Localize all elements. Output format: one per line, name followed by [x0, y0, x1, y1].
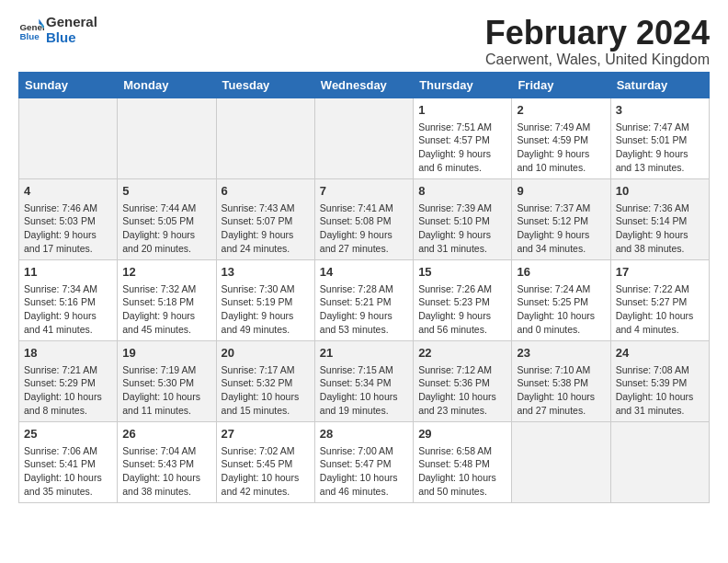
day-info: Daylight: 9 hours — [222, 309, 310, 323]
day-info: Daylight: 10 hours — [222, 390, 310, 404]
weekday-header-tuesday: Tuesday — [216, 72, 314, 98]
day-info: Daylight: 10 hours — [222, 471, 310, 485]
day-info: Sunset: 5:07 PM — [222, 214, 310, 228]
day-number: 28 — [320, 426, 408, 442]
day-info: Sunrise: 7:17 AM — [222, 363, 310, 377]
weekday-header-sunday: Sunday — [19, 72, 118, 98]
day-info: Sunrise: 7:21 AM — [24, 363, 112, 377]
day-info: Sunset: 5:45 PM — [222, 457, 310, 471]
calendar-cell: 17Sunrise: 7:22 AMSunset: 5:27 PMDayligh… — [610, 259, 709, 340]
day-info: and 27 minutes. — [320, 242, 408, 256]
day-number: 29 — [418, 426, 506, 442]
day-info: Sunset: 5:08 PM — [320, 214, 408, 228]
day-info: Sunrise: 7:06 AM — [24, 444, 112, 458]
calendar-week-4: 18Sunrise: 7:21 AMSunset: 5:29 PMDayligh… — [19, 340, 710, 421]
calendar-cell: 11Sunrise: 7:34 AMSunset: 5:16 PMDayligh… — [19, 259, 118, 340]
day-info: Sunset: 5:36 PM — [418, 376, 506, 390]
weekday-header-saturday: Saturday — [610, 72, 709, 98]
day-info: and 38 minutes. — [122, 485, 210, 499]
day-info: Sunrise: 7:41 AM — [320, 201, 408, 215]
day-info: and 56 minutes. — [418, 323, 506, 337]
calendar-cell: 10Sunrise: 7:36 AMSunset: 5:14 PMDayligh… — [610, 178, 709, 259]
day-info: Sunset: 5:10 PM — [418, 214, 506, 228]
day-info: Sunset: 5:47 PM — [320, 457, 408, 471]
day-info: and 11 minutes. — [122, 404, 210, 418]
day-info: Daylight: 10 hours — [418, 471, 506, 485]
day-info: and 41 minutes. — [24, 323, 112, 337]
day-number: 9 — [517, 183, 605, 200]
calendar-week-2: 4Sunrise: 7:46 AMSunset: 5:03 PMDaylight… — [19, 178, 710, 259]
day-info: Sunset: 5:29 PM — [24, 376, 112, 390]
day-info: Sunrise: 7:44 AM — [122, 201, 210, 215]
day-info: Sunrise: 7:32 AM — [122, 282, 210, 296]
day-info: and 34 minutes. — [517, 242, 605, 256]
day-info: Sunrise: 7:22 AM — [616, 282, 704, 296]
day-info: Sunset: 5:05 PM — [122, 214, 210, 228]
day-info: Sunset: 5:21 PM — [320, 295, 408, 309]
day-info: and 50 minutes. — [418, 485, 506, 499]
calendar-cell: 19Sunrise: 7:19 AMSunset: 5:30 PMDayligh… — [118, 340, 216, 421]
day-info: Sunset: 5:38 PM — [517, 376, 605, 390]
day-info: Daylight: 10 hours — [616, 309, 704, 323]
logo-blue: Blue — [46, 30, 97, 46]
calendar-cell — [216, 98, 314, 178]
day-info: Sunset: 5:03 PM — [24, 214, 112, 228]
day-info: Daylight: 9 hours — [517, 228, 605, 242]
calendar-week-3: 11Sunrise: 7:34 AMSunset: 5:16 PMDayligh… — [19, 259, 710, 340]
logo-icon: General Blue — [18, 17, 44, 43]
day-number: 10 — [616, 183, 704, 200]
day-info: Daylight: 10 hours — [24, 390, 112, 404]
day-info: Sunset: 5:14 PM — [616, 214, 704, 228]
day-number: 21 — [320, 345, 408, 362]
calendar-cell: 27Sunrise: 7:02 AMSunset: 5:45 PMDayligh… — [216, 421, 314, 502]
day-info: Sunrise: 7:02 AM — [222, 444, 310, 458]
day-info: Daylight: 9 hours — [122, 309, 210, 323]
day-info: Sunset: 5:43 PM — [122, 457, 210, 471]
calendar-cell: 2Sunrise: 7:49 AMSunset: 4:59 PMDaylight… — [512, 98, 610, 178]
calendar-cell — [512, 421, 610, 502]
weekday-header-wednesday: Wednesday — [314, 72, 413, 98]
weekday-header-friday: Friday — [512, 72, 610, 98]
day-info: and 17 minutes. — [24, 242, 112, 256]
svg-text:Blue: Blue — [19, 30, 40, 40]
day-info: Sunset: 5:41 PM — [24, 457, 112, 471]
day-info: Sunrise: 7:28 AM — [320, 282, 408, 296]
day-info: and 19 minutes. — [320, 404, 408, 418]
day-info: Sunset: 5:18 PM — [122, 295, 210, 309]
day-info: and 20 minutes. — [122, 242, 210, 256]
calendar-cell: 8Sunrise: 7:39 AMSunset: 5:10 PMDaylight… — [414, 178, 512, 259]
day-info: Daylight: 9 hours — [616, 228, 704, 242]
day-info: Sunset: 4:59 PM — [517, 133, 605, 147]
day-number: 3 — [616, 102, 704, 119]
day-info: Daylight: 9 hours — [418, 147, 506, 161]
day-info: Sunrise: 7:34 AM — [24, 282, 112, 296]
day-info: Daylight: 10 hours — [122, 471, 210, 485]
calendar-cell: 26Sunrise: 7:04 AMSunset: 5:43 PMDayligh… — [118, 421, 216, 502]
day-number: 25 — [24, 426, 112, 442]
day-info: Sunset: 5:34 PM — [320, 376, 408, 390]
day-info: and 46 minutes. — [320, 485, 408, 499]
weekday-header-thursday: Thursday — [414, 72, 512, 98]
day-info: Daylight: 9 hours — [320, 309, 408, 323]
day-number: 2 — [517, 102, 605, 119]
page-title: February 2024 — [485, 15, 710, 52]
day-info: Sunrise: 7:04 AM — [122, 444, 210, 458]
day-number: 7 — [320, 183, 408, 200]
day-info: Daylight: 9 hours — [122, 228, 210, 242]
day-info: Sunrise: 7:24 AM — [517, 282, 605, 296]
day-info: Daylight: 9 hours — [418, 309, 506, 323]
day-info: and 8 minutes. — [24, 404, 112, 418]
day-info: Daylight: 9 hours — [517, 147, 605, 161]
weekday-header-monday: Monday — [118, 72, 216, 98]
calendar-cell: 16Sunrise: 7:24 AMSunset: 5:25 PMDayligh… — [512, 259, 610, 340]
day-info: Daylight: 10 hours — [320, 471, 408, 485]
calendar-cell: 13Sunrise: 7:30 AMSunset: 5:19 PMDayligh… — [216, 259, 314, 340]
day-number: 12 — [122, 264, 210, 281]
day-number: 5 — [122, 183, 210, 200]
day-info: Sunset: 5:12 PM — [517, 214, 605, 228]
day-number: 16 — [517, 264, 605, 281]
calendar-week-5: 25Sunrise: 7:06 AMSunset: 5:41 PMDayligh… — [19, 421, 710, 502]
calendar-week-1: 1Sunrise: 7:51 AMSunset: 4:57 PMDaylight… — [19, 98, 710, 178]
calendar-cell — [314, 98, 413, 178]
day-info: Sunrise: 7:15 AM — [320, 363, 408, 377]
